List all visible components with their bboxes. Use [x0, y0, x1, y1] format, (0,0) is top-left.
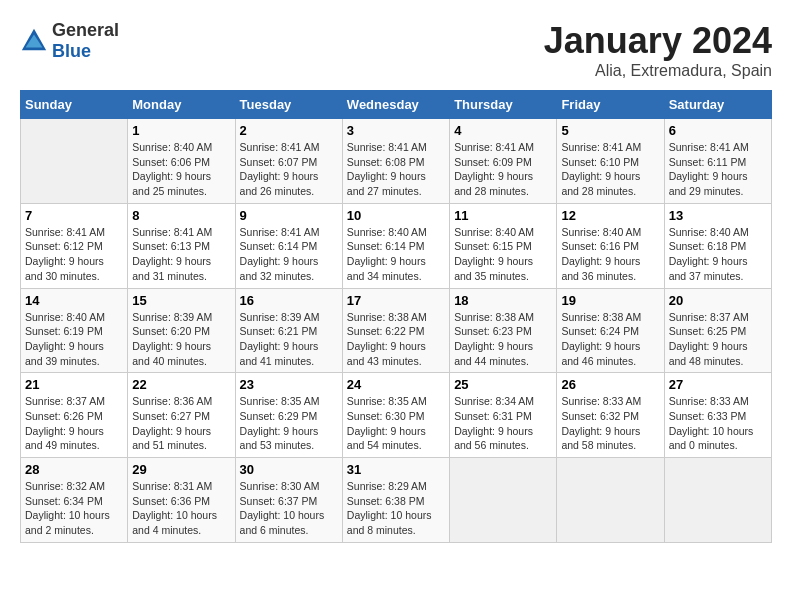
header-day-saturday: Saturday [664, 91, 771, 119]
week-row-4: 21Sunrise: 8:37 AMSunset: 6:26 PMDayligh… [21, 373, 772, 458]
day-number: 14 [25, 293, 123, 308]
day-number: 22 [132, 377, 230, 392]
day-info: Sunrise: 8:41 AMSunset: 6:12 PMDaylight:… [25, 225, 123, 284]
calendar-cell [450, 458, 557, 543]
header-row: SundayMondayTuesdayWednesdayThursdayFrid… [21, 91, 772, 119]
header-day-thursday: Thursday [450, 91, 557, 119]
calendar-cell: 6Sunrise: 8:41 AMSunset: 6:11 PMDaylight… [664, 119, 771, 204]
week-row-1: 1Sunrise: 8:40 AMSunset: 6:06 PMDaylight… [21, 119, 772, 204]
week-row-3: 14Sunrise: 8:40 AMSunset: 6:19 PMDayligh… [21, 288, 772, 373]
day-info: Sunrise: 8:41 AMSunset: 6:09 PMDaylight:… [454, 140, 552, 199]
day-number: 10 [347, 208, 445, 223]
day-info: Sunrise: 8:39 AMSunset: 6:21 PMDaylight:… [240, 310, 338, 369]
calendar-cell [664, 458, 771, 543]
day-number: 2 [240, 123, 338, 138]
day-info: Sunrise: 8:41 AMSunset: 6:13 PMDaylight:… [132, 225, 230, 284]
day-number: 25 [454, 377, 552, 392]
day-info: Sunrise: 8:40 AMSunset: 6:18 PMDaylight:… [669, 225, 767, 284]
day-info: Sunrise: 8:30 AMSunset: 6:37 PMDaylight:… [240, 479, 338, 538]
calendar-cell [21, 119, 128, 204]
day-info: Sunrise: 8:40 AMSunset: 6:14 PMDaylight:… [347, 225, 445, 284]
day-info: Sunrise: 8:39 AMSunset: 6:20 PMDaylight:… [132, 310, 230, 369]
day-number: 9 [240, 208, 338, 223]
calendar-table: SundayMondayTuesdayWednesdayThursdayFrid… [20, 90, 772, 543]
title-area: January 2024 Alia, Extremadura, Spain [544, 20, 772, 80]
calendar-cell: 24Sunrise: 8:35 AMSunset: 6:30 PMDayligh… [342, 373, 449, 458]
day-number: 27 [669, 377, 767, 392]
calendar-cell: 4Sunrise: 8:41 AMSunset: 6:09 PMDaylight… [450, 119, 557, 204]
calendar-cell: 18Sunrise: 8:38 AMSunset: 6:23 PMDayligh… [450, 288, 557, 373]
day-info: Sunrise: 8:38 AMSunset: 6:24 PMDaylight:… [561, 310, 659, 369]
calendar-cell: 1Sunrise: 8:40 AMSunset: 6:06 PMDaylight… [128, 119, 235, 204]
calendar-cell: 12Sunrise: 8:40 AMSunset: 6:16 PMDayligh… [557, 203, 664, 288]
calendar-cell: 14Sunrise: 8:40 AMSunset: 6:19 PMDayligh… [21, 288, 128, 373]
day-number: 24 [347, 377, 445, 392]
logo-general: General [52, 20, 119, 40]
day-number: 6 [669, 123, 767, 138]
calendar-cell: 8Sunrise: 8:41 AMSunset: 6:13 PMDaylight… [128, 203, 235, 288]
day-number: 4 [454, 123, 552, 138]
day-info: Sunrise: 8:38 AMSunset: 6:22 PMDaylight:… [347, 310, 445, 369]
calendar-cell: 29Sunrise: 8:31 AMSunset: 6:36 PMDayligh… [128, 458, 235, 543]
calendar-body: 1Sunrise: 8:40 AMSunset: 6:06 PMDaylight… [21, 119, 772, 543]
calendar-cell: 25Sunrise: 8:34 AMSunset: 6:31 PMDayligh… [450, 373, 557, 458]
day-number: 16 [240, 293, 338, 308]
day-number: 17 [347, 293, 445, 308]
day-info: Sunrise: 8:35 AMSunset: 6:30 PMDaylight:… [347, 394, 445, 453]
day-info: Sunrise: 8:40 AMSunset: 6:06 PMDaylight:… [132, 140, 230, 199]
subtitle: Alia, Extremadura, Spain [544, 62, 772, 80]
day-number: 12 [561, 208, 659, 223]
day-number: 29 [132, 462, 230, 477]
day-number: 19 [561, 293, 659, 308]
calendar-cell [557, 458, 664, 543]
calendar-cell: 17Sunrise: 8:38 AMSunset: 6:22 PMDayligh… [342, 288, 449, 373]
day-info: Sunrise: 8:37 AMSunset: 6:26 PMDaylight:… [25, 394, 123, 453]
day-info: Sunrise: 8:35 AMSunset: 6:29 PMDaylight:… [240, 394, 338, 453]
day-number: 7 [25, 208, 123, 223]
day-number: 21 [25, 377, 123, 392]
calendar-cell: 30Sunrise: 8:30 AMSunset: 6:37 PMDayligh… [235, 458, 342, 543]
calendar-cell: 26Sunrise: 8:33 AMSunset: 6:32 PMDayligh… [557, 373, 664, 458]
header-day-tuesday: Tuesday [235, 91, 342, 119]
calendar-cell: 16Sunrise: 8:39 AMSunset: 6:21 PMDayligh… [235, 288, 342, 373]
calendar-cell: 9Sunrise: 8:41 AMSunset: 6:14 PMDaylight… [235, 203, 342, 288]
calendar-cell: 10Sunrise: 8:40 AMSunset: 6:14 PMDayligh… [342, 203, 449, 288]
day-info: Sunrise: 8:41 AMSunset: 6:08 PMDaylight:… [347, 140, 445, 199]
day-info: Sunrise: 8:33 AMSunset: 6:32 PMDaylight:… [561, 394, 659, 453]
day-number: 31 [347, 462, 445, 477]
day-info: Sunrise: 8:41 AMSunset: 6:07 PMDaylight:… [240, 140, 338, 199]
header-day-sunday: Sunday [21, 91, 128, 119]
header: General Blue January 2024 Alia, Extremad… [20, 20, 772, 80]
calendar-cell: 19Sunrise: 8:38 AMSunset: 6:24 PMDayligh… [557, 288, 664, 373]
logo: General Blue [20, 20, 119, 62]
calendar-cell: 15Sunrise: 8:39 AMSunset: 6:20 PMDayligh… [128, 288, 235, 373]
day-info: Sunrise: 8:41 AMSunset: 6:11 PMDaylight:… [669, 140, 767, 199]
calendar-cell: 2Sunrise: 8:41 AMSunset: 6:07 PMDaylight… [235, 119, 342, 204]
day-info: Sunrise: 8:38 AMSunset: 6:23 PMDaylight:… [454, 310, 552, 369]
week-row-2: 7Sunrise: 8:41 AMSunset: 6:12 PMDaylight… [21, 203, 772, 288]
calendar-cell: 11Sunrise: 8:40 AMSunset: 6:15 PMDayligh… [450, 203, 557, 288]
header-day-monday: Monday [128, 91, 235, 119]
day-number: 13 [669, 208, 767, 223]
day-number: 26 [561, 377, 659, 392]
day-info: Sunrise: 8:40 AMSunset: 6:19 PMDaylight:… [25, 310, 123, 369]
day-info: Sunrise: 8:40 AMSunset: 6:15 PMDaylight:… [454, 225, 552, 284]
calendar-cell: 23Sunrise: 8:35 AMSunset: 6:29 PMDayligh… [235, 373, 342, 458]
day-number: 5 [561, 123, 659, 138]
calendar-cell: 21Sunrise: 8:37 AMSunset: 6:26 PMDayligh… [21, 373, 128, 458]
calendar-cell: 7Sunrise: 8:41 AMSunset: 6:12 PMDaylight… [21, 203, 128, 288]
day-info: Sunrise: 8:29 AMSunset: 6:38 PMDaylight:… [347, 479, 445, 538]
calendar-cell: 3Sunrise: 8:41 AMSunset: 6:08 PMDaylight… [342, 119, 449, 204]
day-info: Sunrise: 8:31 AMSunset: 6:36 PMDaylight:… [132, 479, 230, 538]
calendar-header: SundayMondayTuesdayWednesdayThursdayFrid… [21, 91, 772, 119]
calendar-cell: 13Sunrise: 8:40 AMSunset: 6:18 PMDayligh… [664, 203, 771, 288]
day-number: 15 [132, 293, 230, 308]
header-day-wednesday: Wednesday [342, 91, 449, 119]
day-info: Sunrise: 8:32 AMSunset: 6:34 PMDaylight:… [25, 479, 123, 538]
day-number: 23 [240, 377, 338, 392]
calendar-cell: 31Sunrise: 8:29 AMSunset: 6:38 PMDayligh… [342, 458, 449, 543]
main-title: January 2024 [544, 20, 772, 62]
calendar-cell: 5Sunrise: 8:41 AMSunset: 6:10 PMDaylight… [557, 119, 664, 204]
day-number: 3 [347, 123, 445, 138]
day-number: 11 [454, 208, 552, 223]
